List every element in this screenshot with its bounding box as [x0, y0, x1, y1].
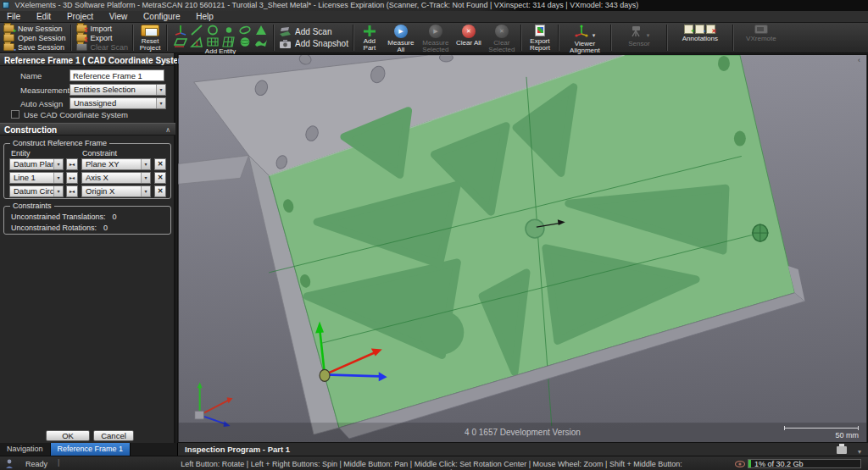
annotations-button[interactable]: + ▪ ✕ Annotations: [669, 23, 732, 53]
status-text: Ready: [25, 460, 47, 468]
constraint-dropdown[interactable]: Origin X ▾: [81, 185, 151, 197]
import-button[interactable]: ↧ Import: [76, 24, 129, 33]
chevron-down-icon[interactable]: ▾: [858, 448, 861, 456]
reset-project-icon: [141, 25, 159, 36]
chevron-down-icon: ▾: [53, 186, 63, 196]
name-input[interactable]: [70, 69, 164, 81]
sensor-icon: [629, 25, 643, 37]
measure-all-button[interactable]: ▶ Measure All: [384, 23, 418, 53]
collapse-icon[interactable]: ∧: [165, 124, 170, 136]
annotation-delete-icon: ✕: [706, 25, 715, 34]
cancel-button[interactable]: Cancel: [93, 430, 134, 441]
remove-row-button[interactable]: ✕: [154, 172, 166, 184]
new-session-button[interactable]: + New Session: [3, 24, 66, 33]
collapse-icon[interactable]: ∧: [164, 54, 169, 67]
open-session-button[interactable]: Open Session: [3, 33, 66, 42]
toolbar-separator: [166, 25, 168, 51]
auto-assign-dropdown[interactable]: Unassigned ▾: [70, 97, 166, 109]
line-entity-icon[interactable]: [190, 25, 203, 36]
application-window: VXelements - 3D Software Platform - Metr…: [0, 0, 868, 470]
entity-dropdown[interactable]: Datum Circle B ▾: [9, 185, 64, 197]
sensor-button[interactable]: ▾ Sensor: [613, 23, 665, 53]
constraint-dropdown[interactable]: Plane XY ▾: [81, 158, 151, 170]
axes-entity-icon[interactable]: [174, 25, 187, 36]
construction-header[interactable]: Construction ∧: [0, 123, 175, 135]
export-report-button[interactable]: Export Report: [523, 23, 557, 53]
angle-entity-icon[interactable]: 1: [190, 36, 203, 47]
plane-entity-icon[interactable]: [174, 36, 187, 47]
annotation-add-icon: +: [684, 25, 693, 34]
toolbar-separator: [273, 25, 275, 51]
add-scan-button[interactable]: Add Scan: [279, 26, 348, 38]
ok-button[interactable]: OK: [46, 430, 90, 441]
viewer-alignment-caret-icon[interactable]: ▾: [593, 32, 596, 38]
printer-icon[interactable]: [837, 446, 847, 454]
use-cad-checkbox[interactable]: [11, 110, 19, 119]
remove-row-button[interactable]: ✕: [154, 158, 166, 170]
user-status-icon: [5, 459, 14, 468]
scan-group: Add Scan Add Snapshot: [275, 23, 352, 53]
add-entity-group: 1 Add Entity: [169, 23, 272, 53]
clear-selected-button[interactable]: ✕ Clear Selected: [484, 23, 520, 53]
memory-eye-icon: [735, 461, 745, 467]
menu-edit[interactable]: Edit: [30, 11, 58, 23]
surface-entity-icon[interactable]: [254, 36, 268, 47]
io-group: ↧ Import ↥ Export Clear Scan: [73, 23, 132, 53]
vxremote-button[interactable]: VXremote: [735, 23, 787, 53]
panel-collapse-chevron-icon[interactable]: ‹: [858, 56, 860, 64]
auto-assign-row: Auto Assign Unassigned ▾: [0, 97, 175, 109]
entity-dropdown[interactable]: Line 1 ▾: [9, 172, 64, 184]
chevron-down-icon: ▾: [141, 186, 150, 196]
menu-help[interactable]: Help: [189, 11, 220, 23]
menu-view[interactable]: View: [103, 11, 135, 23]
menu-project[interactable]: Project: [60, 11, 100, 23]
clear-scan-button[interactable]: Clear Scan: [76, 42, 129, 52]
measurement-dropdown[interactable]: Entities Selection ▾: [70, 84, 166, 96]
ellipse-entity-icon[interactable]: [238, 25, 252, 36]
construct-reference-frame-group: Construct Reference Frame Entity Constra…: [3, 143, 171, 199]
panel-header[interactable]: Reference Frame 1 ( CAD Coordinate Syste…: [0, 53, 174, 66]
constraint-dropdown[interactable]: Axis X ▾: [81, 172, 151, 184]
mouse-hints: Left Button: Rotate | Left + Right Butto…: [177, 460, 686, 470]
title-bar[interactable]: VXelements - 3D Software Platform - Metr…: [0, 0, 868, 11]
toolbar-separator: [610, 25, 612, 51]
remove-row-button[interactable]: ✕: [154, 185, 166, 197]
sphere-entity-icon[interactable]: [238, 36, 252, 47]
toolbar-separator: [132, 25, 134, 51]
tab-navigation[interactable]: Navigation: [0, 443, 51, 456]
toolbar-separator: [732, 25, 734, 51]
entity-dropdown[interactable]: Datum Plane A ▾: [9, 158, 64, 170]
viewer-alignment-button[interactable]: ▾ Viewer Alignment: [560, 23, 609, 53]
export-button[interactable]: ↥ Export: [76, 33, 129, 42]
reference-frame-panel: Reference Frame 1 ( CAD Coordinate Syste…: [0, 53, 175, 443]
inspection-program-bar[interactable]: Inspection Program - Part 1 ▾: [177, 443, 868, 456]
memory-usage-text: 1% of 30.2 Gb: [754, 460, 804, 468]
grid-entity-icon[interactable]: [206, 36, 220, 47]
mesh-entity-icon[interactable]: [222, 36, 236, 47]
pick-entity-button[interactable]: ▸◂: [66, 185, 78, 197]
toolbar-separator: [70, 25, 72, 51]
tab-reference-frame-1[interactable]: Reference Frame 1: [51, 443, 131, 456]
save-session-button[interactable]: ▪ Save Session: [3, 42, 66, 52]
menu-file[interactable]: File: [0, 11, 27, 23]
measure-selected-button[interactable]: ▶ Measure Selected: [418, 23, 453, 53]
chevron-down-icon: ▾: [156, 85, 165, 95]
reset-project-button[interactable]: Reset Project: [135, 23, 165, 53]
toolbar: + New Session Open Session ▪ Save Sessio…: [0, 23, 868, 53]
cone-entity-icon[interactable]: [254, 25, 268, 36]
pick-entity-button[interactable]: ▸◂: [66, 158, 78, 170]
measurement-row: Measurement Entities Selection ▾: [0, 84, 175, 96]
point-entity-icon[interactable]: [222, 25, 236, 36]
add-part-button[interactable]: Add Part: [355, 23, 384, 53]
menu-bar: File Edit Project View Configure Help: [0, 11, 868, 23]
menu-configure[interactable]: Configure: [136, 11, 186, 23]
clear-all-button[interactable]: ✕ Clear All: [453, 23, 484, 53]
clear-all-icon: ✕: [462, 25, 476, 38]
circle-entity-icon[interactable]: [206, 25, 220, 36]
viewport-3d[interactable]: [177, 54, 868, 443]
constraints-group: Constraints Unconstrained Translations:0…: [3, 206, 171, 235]
sensor-caret-icon[interactable]: ▾: [647, 32, 650, 38]
add-snapshot-button[interactable]: Add Snapshot: [279, 38, 348, 50]
chevron-down-icon: ▾: [53, 159, 63, 169]
pick-entity-button[interactable]: ▸◂: [66, 172, 78, 184]
